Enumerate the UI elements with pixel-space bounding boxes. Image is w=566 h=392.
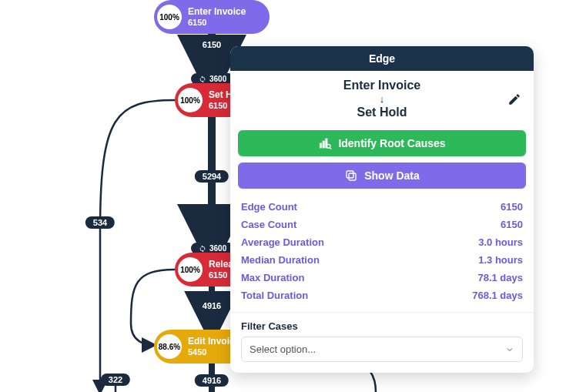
filter-cases-label: Filter Cases: [241, 320, 523, 332]
metric-case-count: Case Count 6150: [241, 216, 523, 233]
svg-rect-9: [349, 173, 356, 180]
edge-from: Enter Invoice: [243, 79, 521, 92]
metric-edge-count: Edge Count 6150: [241, 198, 523, 216]
edge-count-6: 322: [101, 374, 130, 386]
node-label: Enter Invoice: [188, 6, 246, 17]
metrics-list: Edge Count 6150 Case Count 6150 Average …: [230, 195, 534, 312]
analytics-search-icon: [318, 136, 332, 150]
node-count: 6150: [188, 18, 246, 28]
svg-line-8: [330, 147, 332, 149]
svg-rect-5: [323, 141, 324, 148]
arrow-down-icon: ↓: [243, 92, 521, 106]
edge-count-3: 4916: [195, 300, 229, 312]
metric-avg-duration: Average Duration 3.0 hours: [241, 233, 523, 251]
chevron-down-icon: [505, 345, 514, 354]
svg-rect-10: [347, 171, 353, 178]
metric-max-duration: Max Duration 78.1 days: [241, 269, 523, 286]
metric-total-duration: Total Duration 768.1 days: [241, 286, 523, 304]
node-percent: 88.6%: [157, 334, 182, 359]
edge-to: Set Hold: [243, 106, 521, 119]
filter-cases-select[interactable]: Select option...: [241, 337, 523, 362]
select-placeholder: Select option...: [250, 343, 316, 355]
node-percent: 100%: [178, 257, 203, 282]
panel-header: Edge: [230, 46, 534, 71]
node-enter-invoice[interactable]: 100% Enter Invoice 6150: [154, 0, 270, 34]
show-data-button[interactable]: Show Data: [238, 162, 526, 189]
metric-median-duration: Median Duration 1.3 hours: [241, 251, 523, 269]
edit-icon[interactable]: [507, 92, 521, 109]
copy-icon: [344, 169, 358, 183]
node-percent: 100%: [157, 5, 182, 29]
edge-count-2: 5294: [195, 170, 229, 183]
edge-count-4: 4916: [195, 374, 229, 387]
svg-rect-4: [320, 143, 322, 148]
edge-detail-panel: Edge Enter Invoice ↓ Set Hold Identify R…: [230, 46, 534, 373]
node-percent: 100%: [178, 88, 203, 112]
identify-root-causes-button[interactable]: Identify Root Causes: [238, 130, 526, 156]
edge-count-5: 534: [85, 216, 115, 229]
edge-count-1: 6150: [195, 39, 229, 51]
